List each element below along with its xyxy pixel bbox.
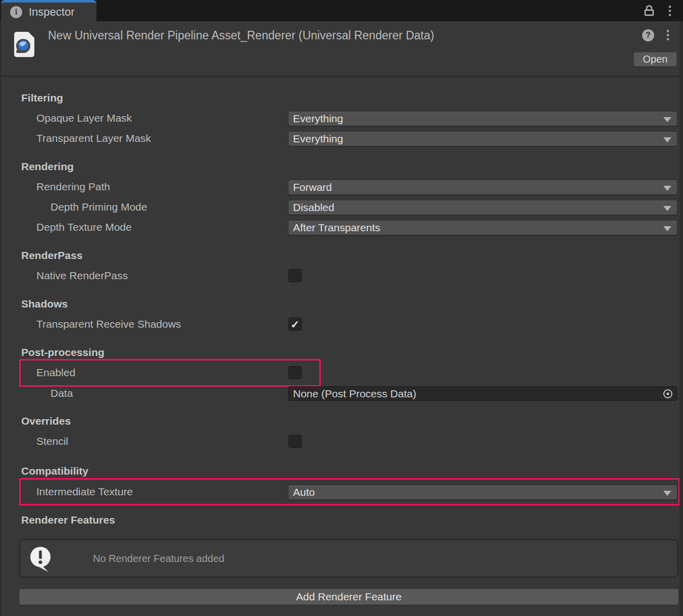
help-icon[interactable]: ? <box>642 29 654 41</box>
section-renderpass: RenderPass <box>21 249 82 262</box>
tab-kebab-menu-icon[interactable]: ⋮ <box>664 5 676 17</box>
section-overrides: Overrides <box>21 415 71 427</box>
object-picker-icon[interactable] <box>661 388 675 400</box>
exclamation-bubble-icon <box>28 546 54 574</box>
depth-priming-mode-dropdown[interactable]: Disabled <box>288 200 677 215</box>
tab-label: Inspector <box>29 6 75 19</box>
inspector-header: New Universal Render Pipeline Asset_Rend… <box>0 21 683 77</box>
panel-left-edge <box>0 21 1 616</box>
post-process-data-object-field[interactable]: None (Post Process Data) <box>288 386 677 401</box>
transparent-receive-shadows-checkbox[interactable]: ✓ <box>288 318 302 331</box>
section-compatibility: Compatibility <box>21 465 88 477</box>
chevron-down-icon <box>663 137 671 142</box>
post-processing-enabled-label: Enabled <box>36 367 75 379</box>
header-kebab-menu-icon[interactable]: ⋮ <box>662 29 674 41</box>
chevron-down-icon <box>663 226 671 231</box>
section-filtering: Filtering <box>21 92 63 104</box>
open-button[interactable]: Open <box>633 52 677 67</box>
depth-texture-mode-label: Depth Texture Mode <box>36 221 132 233</box>
check-icon: ✓ <box>290 319 300 330</box>
section-renderer-features: Renderer Features <box>21 514 115 526</box>
transparent-layer-mask-dropdown[interactable]: Everything <box>288 131 677 146</box>
panel-right-edge <box>679 21 683 616</box>
opaque-layer-mask-label: Opaque Layer Mask <box>36 112 132 124</box>
info-icon: i <box>10 6 22 18</box>
inspector-panel: i Inspector ⋮ New Universal Render P <box>0 0 683 616</box>
chevron-down-icon <box>663 186 671 191</box>
depth-priming-mode-label: Depth Priming Mode <box>51 201 147 213</box>
section-post-processing: Post-processing <box>21 346 105 358</box>
section-rendering: Rendering <box>21 161 74 173</box>
add-renderer-feature-button[interactable]: Add Renderer Feature <box>19 589 678 605</box>
chevron-down-icon <box>663 117 671 122</box>
stencil-checkbox[interactable] <box>288 435 302 448</box>
stencil-label: Stencil <box>36 435 68 447</box>
native-renderpass-label: Native RenderPass <box>36 270 128 282</box>
opaque-layer-mask-dropdown[interactable]: Everything <box>288 111 677 126</box>
tab-bar: i Inspector ⋮ <box>0 0 683 21</box>
transparent-receive-shadows-label: Transparent Receive Shadows <box>36 318 181 330</box>
native-renderpass-checkbox[interactable] <box>288 269 302 282</box>
rendering-path-dropdown[interactable]: Forward <box>288 180 677 195</box>
rendering-path-label: Rendering Path <box>36 181 110 193</box>
chevron-down-icon <box>663 491 671 496</box>
chevron-down-icon <box>663 206 671 211</box>
asset-title: New Universal Render Pipeline Asset_Rend… <box>48 29 629 42</box>
section-shadows: Shadows <box>21 298 68 310</box>
depth-texture-mode-dropdown[interactable]: After Transparents <box>288 220 677 235</box>
post-processing-enabled-checkbox[interactable] <box>288 366 302 379</box>
renderer-asset-icon <box>12 31 36 60</box>
transparent-layer-mask-label: Transparent Layer Mask <box>36 132 151 144</box>
intermediate-texture-dropdown[interactable]: Auto <box>288 485 677 500</box>
post-processing-data-label: Data <box>51 387 73 399</box>
tab-inspector[interactable]: i Inspector <box>1 0 96 21</box>
renderer-features-empty-message: No Renderer Features added <box>93 540 224 577</box>
intermediate-texture-label: Intermediate Texture <box>36 486 133 498</box>
unlock-icon[interactable] <box>643 4 656 17</box>
renderer-features-empty-box: No Renderer Features added <box>19 539 678 578</box>
